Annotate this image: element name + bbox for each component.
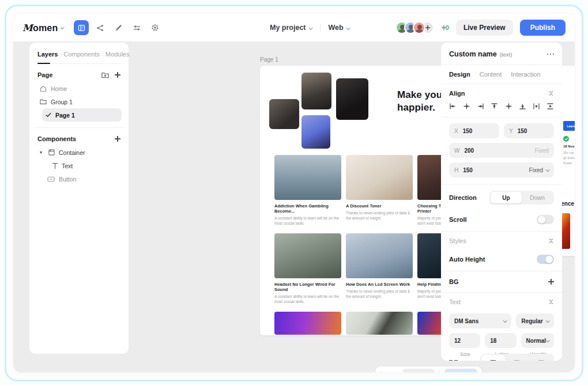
distribute-horizontal-icon[interactable] xyxy=(533,103,540,110)
article-card[interactable] xyxy=(274,312,341,335)
field-value: 150 xyxy=(463,128,473,134)
card-image-vr-headset xyxy=(274,312,341,335)
font-style-dropdown[interactable]: Regular xyxy=(516,313,554,328)
align-bottom-icon[interactable] xyxy=(519,103,526,110)
hero-photo-1[interactable] xyxy=(269,99,299,129)
font-size-field[interactable]: 12 xyxy=(449,333,480,348)
text-align-left-option[interactable] xyxy=(481,355,505,361)
publish-button[interactable]: Publish xyxy=(520,20,566,36)
tab-interaction[interactable]: Interaction xyxy=(511,71,540,78)
add-page-icon[interactable] xyxy=(115,72,120,78)
learn-more-button[interactable]: Learn more xyxy=(563,121,575,131)
x-position-field[interactable]: X 150 xyxy=(449,123,499,138)
live-preview-button[interactable]: Live Preview xyxy=(456,20,513,36)
text-align-center-option[interactable] xyxy=(505,355,529,361)
auto-height-toggle[interactable] xyxy=(537,255,554,264)
gear-button[interactable] xyxy=(148,20,163,35)
zoom-dropdown[interactable]: 100% xyxy=(402,369,435,372)
sidebar-item-text[interactable]: Text xyxy=(49,159,122,172)
distribute-vertical-icon[interactable] xyxy=(546,103,554,110)
font-weight-dropdown[interactable]: Normal xyxy=(521,333,554,348)
platform-dropdown[interactable]: Web xyxy=(329,24,349,32)
project-chevron-down-icon xyxy=(308,26,312,30)
logo-chevron-down-icon[interactable] xyxy=(61,25,65,29)
card-title: Headset No Longer Wired For Sound xyxy=(274,282,341,292)
hand-tool-icon[interactable] xyxy=(391,371,398,373)
tab-layers[interactable]: Layers xyxy=(37,51,58,58)
hero-photo-3[interactable] xyxy=(336,78,368,120)
sidebar-item-button[interactable]: Button xyxy=(44,172,122,186)
height-mode-dropdown[interactable]: Fixed xyxy=(529,167,549,173)
align-center-horizontal-icon[interactable] xyxy=(463,103,470,110)
align-top-icon[interactable] xyxy=(491,103,498,110)
letter-spacing-field[interactable]: 18 xyxy=(485,333,516,348)
app-logo[interactable]: Momen xyxy=(22,22,58,33)
height-mode: Fixed xyxy=(529,167,543,173)
card-title: How Does An Lcd Screen Work xyxy=(346,282,413,287)
expand-triangle-icon[interactable]: ▾ xyxy=(40,150,44,155)
item-label: Group 1 xyxy=(51,99,73,105)
font-family-dropdown[interactable]: DM Sans xyxy=(449,313,511,328)
width-field[interactable]: W 200 Fixed xyxy=(449,143,554,158)
avatar[interactable] xyxy=(413,21,425,34)
sidebar-item-group1[interactable]: Group 1 xyxy=(36,95,122,108)
tab-modules[interactable]: Modules xyxy=(105,51,130,58)
card-image-phone-app xyxy=(346,312,413,335)
tab-components[interactable]: Components xyxy=(63,51,99,58)
width-mode[interactable]: Fixed xyxy=(535,147,549,154)
add-component-icon[interactable] xyxy=(115,136,120,142)
chevron-down-icon xyxy=(546,338,550,342)
collapse-icon[interactable] xyxy=(548,90,554,97)
tab-content[interactable]: Content xyxy=(480,71,502,78)
page-section-title: Page xyxy=(37,71,52,78)
play-icon[interactable] xyxy=(380,371,386,372)
share-nodes-button[interactable] xyxy=(92,20,107,35)
align-right-icon[interactable] xyxy=(477,103,484,110)
collapse-icon[interactable] xyxy=(548,298,554,305)
sidebar-item-page1[interactable]: Page 1 xyxy=(42,108,122,122)
bg-title: BG xyxy=(449,278,459,285)
device-frame: Momen My project Web xyxy=(5,5,583,381)
pen-tool-button[interactable] xyxy=(111,20,126,35)
topbar-tools xyxy=(74,20,163,35)
text-align-right-option[interactable] xyxy=(529,355,553,361)
y-position-field[interactable]: Y 150 xyxy=(504,123,554,138)
size-row: 12 18 Normal xyxy=(441,331,562,349)
card-title: A Discount Toner xyxy=(346,203,413,209)
more-menu-icon[interactable] xyxy=(547,54,555,55)
article-card[interactable]: A Discount Toner Thanks to never-ending … xyxy=(346,155,413,226)
sidebar-item-home[interactable]: Home xyxy=(36,82,122,95)
text-icon xyxy=(52,163,58,169)
align-center-vertical-icon[interactable] xyxy=(505,103,512,110)
sidebar-item-container[interactable]: ▾ Container xyxy=(36,146,122,159)
item-label: Home xyxy=(51,85,67,92)
sidebar-tabs: Layers Components Modules xyxy=(36,50,122,64)
article-card[interactable]: How Does An Lcd Screen Work Thanks to ne… xyxy=(346,233,413,304)
article-card[interactable] xyxy=(346,312,413,335)
element-name[interactable]: Custom name xyxy=(449,50,497,58)
tab-design[interactable]: Design xyxy=(449,71,470,78)
article-card[interactable]: Addiction When Gambling Become... A cons… xyxy=(274,155,341,226)
artboard1-label[interactable]: Page 1 xyxy=(260,56,278,63)
align-left-icon[interactable] xyxy=(449,103,457,110)
display-button[interactable]: Display xyxy=(444,369,477,372)
card-title: Addiction When Gambling Become... xyxy=(274,203,341,214)
height-field[interactable]: H 150 Fixed xyxy=(449,162,554,177)
app-window: Momen My project Web xyxy=(13,14,575,372)
chevron-down-icon xyxy=(503,319,507,323)
collapse-icon[interactable] xyxy=(548,237,554,244)
add-group-icon[interactable] xyxy=(101,71,109,78)
settings-sliders-button[interactable] xyxy=(129,20,144,35)
add-bg-icon[interactable] xyxy=(548,279,554,285)
project-dropdown[interactable]: My project xyxy=(270,24,312,32)
direction-down-option[interactable]: Down xyxy=(522,192,553,203)
inspector-tabs: Design Content Interaction xyxy=(441,65,562,84)
hero-photo-4[interactable] xyxy=(301,115,330,149)
layers-panel-toggle-button[interactable] xyxy=(74,20,89,35)
article-card[interactable]: Headset No Longer Wired For Sound A cons… xyxy=(274,233,341,304)
direction-up-option[interactable]: Up xyxy=(491,192,522,203)
font-style-value: Regular xyxy=(521,318,542,324)
hero-photo-2[interactable] xyxy=(301,73,331,109)
scroll-toggle[interactable] xyxy=(537,215,554,224)
credits-indicator[interactable]: 0 xyxy=(441,24,449,31)
